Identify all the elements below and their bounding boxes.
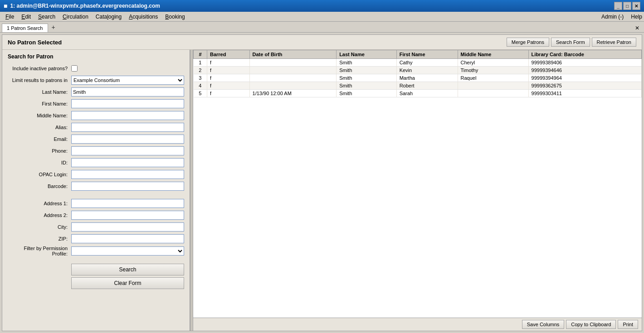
- col-header-firstname: First Name: [396, 50, 458, 59]
- action-buttons: Merge Patrons Search Form Retrieve Patro…: [507, 38, 636, 47]
- menu-cataloging[interactable]: Cataloging: [92, 13, 125, 21]
- table-row[interactable]: 1 f Smith Cathy Cheryl 99999389406: [194, 59, 642, 67]
- admin-label[interactable]: Admin (-): [601, 14, 624, 20]
- cell-barred: f: [207, 74, 250, 82]
- menu-edit[interactable]: Edit: [18, 13, 34, 21]
- retrieve-patron-button[interactable]: Retrieve Patron: [592, 38, 636, 47]
- address1-input[interactable]: [71, 199, 184, 208]
- middle-name-row: Middle Name:: [8, 111, 184, 121]
- save-columns-button[interactable]: Save Columns: [522, 320, 565, 329]
- address2-row: Address 2:: [8, 210, 184, 220]
- permission-profile-row: Filter by Permission Profile:: [8, 246, 184, 256]
- address2-label: Address 2:: [8, 212, 71, 218]
- clear-form-button[interactable]: Clear Form: [71, 277, 184, 289]
- table-row[interactable]: 3 f Smith Martha Raquel 99999394964: [194, 74, 642, 82]
- city-row: City:: [8, 222, 184, 232]
- tab-patron-search[interactable]: 1 Patron Search: [2, 24, 48, 32]
- col-header-dob: Date of Birth: [249, 50, 337, 59]
- alias-input[interactable]: [71, 123, 184, 132]
- cell-lastname: Smith: [337, 59, 397, 67]
- cell-barcode: 99999362675: [528, 82, 641, 90]
- menu-booking[interactable]: Booking: [161, 13, 188, 21]
- first-name-label: First Name:: [8, 101, 71, 106]
- cell-barcode: 99999389406: [528, 59, 641, 67]
- table-row[interactable]: 4 f Smith Robert 99999362675: [194, 82, 642, 90]
- cell-dob: [249, 82, 337, 90]
- merge-patrons-button[interactable]: Merge Patrons: [507, 38, 549, 47]
- last-name-label: Last Name:: [8, 89, 71, 95]
- cell-num: 4: [194, 82, 207, 90]
- cell-firstname: Martha: [396, 74, 458, 82]
- last-name-input[interactable]: [71, 87, 184, 97]
- col-header-middlename: Middle Name: [458, 50, 528, 59]
- permission-profile-label: Filter by Permission Profile:: [8, 246, 71, 256]
- limit-results-select[interactable]: Example Consortium BR1 BR2 BR3: [71, 76, 184, 85]
- cell-barcode: 99999303411: [528, 90, 641, 97]
- help-label[interactable]: Help: [631, 14, 642, 20]
- cell-lastname: Smith: [337, 90, 397, 97]
- middle-name-label: Middle Name:: [8, 113, 71, 118]
- add-tab-button[interactable]: +: [49, 22, 58, 32]
- info-bar: No Patron Selected Merge Patrons Search …: [2, 35, 642, 50]
- phone-input[interactable]: [71, 146, 184, 155]
- menu-file[interactable]: File: [2, 13, 18, 21]
- window-close-button[interactable]: ✕: [632, 24, 642, 32]
- tab-label: 1 Patron Search: [7, 25, 43, 31]
- cell-barcode: 99999394964: [528, 74, 641, 82]
- cell-middlename: [458, 82, 528, 90]
- menu-search[interactable]: Search: [34, 13, 59, 21]
- barcode-input[interactable]: [71, 182, 184, 191]
- email-input[interactable]: [71, 135, 184, 144]
- cell-lastname: Smith: [337, 82, 397, 90]
- phone-label: Phone:: [8, 148, 71, 154]
- middle-name-input[interactable]: [71, 111, 184, 120]
- cell-firstname: Kevin: [396, 67, 458, 74]
- cell-dob: 1/13/90 12:00 AM: [249, 90, 337, 97]
- last-name-row: Last Name:: [8, 87, 184, 97]
- button-area: Search Clear Form: [8, 264, 184, 289]
- address2-input[interactable]: [71, 211, 184, 220]
- cell-barcode: 99999394646: [528, 67, 641, 74]
- permission-profile-select[interactable]: [71, 246, 184, 256]
- first-name-input[interactable]: [71, 99, 184, 108]
- include-inactive-checkbox[interactable]: [71, 65, 78, 72]
- print-button[interactable]: Print: [618, 320, 638, 329]
- cell-firstname: Cathy: [396, 59, 458, 67]
- search-button[interactable]: Search: [71, 264, 184, 275]
- barcode-row: Barcode:: [8, 181, 184, 191]
- menu-bar: File Edit Search Circulation Cataloging …: [0, 12, 644, 22]
- cell-num: 2: [194, 67, 207, 74]
- cell-firstname: Robert: [396, 82, 458, 90]
- email-row: Email:: [8, 134, 184, 144]
- title-bar: ■ 1: admin@BR1-winxpvmfx.phasefx.evergre…: [0, 0, 644, 12]
- id-label: ID:: [8, 160, 71, 165]
- email-label: Email:: [8, 136, 71, 142]
- table-row[interactable]: 2 f Smith Kevin Timothy 99999394646: [194, 67, 642, 74]
- cell-num: 1: [194, 59, 207, 67]
- search-form-button[interactable]: Search Form: [551, 38, 590, 47]
- close-button[interactable]: ✕: [632, 2, 640, 10]
- city-input[interactable]: [71, 222, 184, 232]
- menu-circulation[interactable]: Circulation: [59, 13, 92, 21]
- cell-dob: [249, 67, 337, 74]
- bottom-bar: Save Columns Copy to Clipboard Print: [193, 318, 642, 331]
- minimize-button[interactable]: _: [614, 2, 622, 10]
- cell-barred: f: [207, 67, 250, 74]
- opac-login-input[interactable]: [71, 170, 184, 179]
- alias-row: Alias:: [8, 122, 184, 132]
- cell-middlename: [458, 90, 528, 97]
- search-form-title: Search for Patron: [8, 53, 184, 60]
- id-input[interactable]: [71, 158, 184, 167]
- no-patron-label: No Patron Selected: [8, 39, 507, 46]
- cell-lastname: Smith: [337, 74, 397, 82]
- table-row[interactable]: 5 f 1/13/90 12:00 AM Smith Sarah 9999930…: [194, 90, 642, 97]
- restore-button[interactable]: □: [623, 2, 631, 10]
- menu-acquisitions[interactable]: Acquisitions: [125, 13, 161, 21]
- col-header-barcode: Library Card: Barcode: [528, 50, 641, 59]
- patron-results-table: # Barred Date of Birth Last Name First N…: [193, 50, 642, 97]
- results-table: # Barred Date of Birth Last Name First N…: [193, 50, 642, 318]
- copy-clipboard-button[interactable]: Copy to Clipboard: [566, 320, 616, 329]
- zip-input[interactable]: [71, 234, 184, 243]
- cell-dob: [249, 74, 337, 82]
- col-header-lastname: Last Name: [337, 50, 397, 59]
